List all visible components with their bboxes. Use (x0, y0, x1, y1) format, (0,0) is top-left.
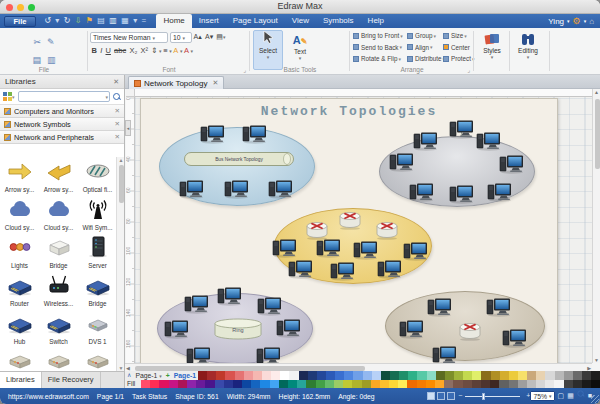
symbol-optical-fi-[interactable]: Optical fi... (78, 157, 117, 195)
color-swatch[interactable] (207, 371, 216, 380)
color-swatch[interactable] (555, 371, 564, 380)
import-icon[interactable]: ⇩ (75, 15, 82, 27)
symbol-bridge[interactable]: Bridge (39, 233, 78, 271)
pc-node[interactable] (432, 345, 458, 363)
bus-segment[interactable]: Bus Network Topology (184, 152, 294, 170)
color-swatch[interactable] (427, 371, 436, 380)
symbol-wireless-[interactable]: Wireless... (39, 271, 78, 309)
close-panel-icon[interactable]: ✕ (113, 78, 119, 86)
symbol-dvs-1[interactable]: DVS 1 (78, 309, 117, 347)
symbol-cloud-sy-[interactable]: Cloud sy... (39, 195, 78, 233)
pc-node[interactable] (224, 179, 250, 203)
pc-node[interactable] (409, 182, 435, 206)
color-swatch[interactable] (445, 371, 454, 380)
color-swatch[interactable] (372, 371, 381, 380)
zoom-tool-button[interactable] (577, 390, 585, 401)
color-swatch[interactable] (564, 371, 573, 380)
color-swatch[interactable] (417, 371, 426, 380)
color-swatch[interactable] (353, 371, 362, 380)
view-mode-page-button[interactable] (437, 392, 445, 400)
pc-node[interactable] (502, 328, 528, 352)
fullscreen-button[interactable]: ▦ (567, 391, 574, 401)
pc-node[interactable] (179, 179, 205, 203)
font-size-select[interactable]: 10 ▾ (170, 32, 192, 43)
pc-node[interactable] (353, 240, 379, 264)
pc-node[interactable] (403, 241, 429, 265)
symbol-device-17[interactable] (78, 347, 117, 371)
symbol-device-15[interactable] (0, 347, 39, 371)
menu-tab-page-layout[interactable]: Page Layout (226, 14, 285, 28)
menu-tab-insert[interactable]: Insert (192, 14, 226, 28)
pc-node[interactable] (200, 124, 226, 148)
symbol-arrow-sy-[interactable]: Arrow sy... (39, 157, 78, 195)
arrange-group[interactable]: Group▾ (407, 30, 445, 42)
arrange-center[interactable]: Center (443, 42, 474, 54)
font-control-9[interactable]: A (184, 45, 189, 57)
library-menu-caret[interactable]: ▾ (12, 94, 15, 100)
font-control-8[interactable]: A (173, 45, 178, 57)
undo-icon[interactable]: ↺ (44, 15, 51, 27)
resize-grip[interactable] (591, 395, 599, 403)
color-swatch[interactable] (545, 371, 554, 380)
zoom-out-button[interactable]: − (458, 391, 462, 401)
arrange-distribute[interactable]: Distribute▾ (407, 53, 445, 65)
symbol-lights[interactable]: Lights (0, 233, 39, 271)
symbol-hub[interactable]: Hub (0, 309, 39, 347)
drawing-page[interactable]: Network Topologies Bus Network TopologyR… (140, 98, 558, 363)
color-swatch[interactable] (289, 371, 298, 380)
router-node[interactable] (338, 210, 362, 234)
color-swatch[interactable] (481, 371, 490, 380)
color-swatch[interactable] (463, 371, 472, 380)
pc-node[interactable] (316, 238, 342, 262)
symbol-router[interactable]: Router (0, 271, 39, 309)
close-library-icon[interactable]: ✕ (115, 133, 120, 141)
pc-node[interactable] (476, 131, 502, 155)
font-name-select[interactable]: Times New Roman ▾ (90, 32, 168, 43)
font-dialog-launcher[interactable]: ⌟ (243, 66, 246, 73)
pc-node[interactable] (486, 297, 512, 321)
menu-tab-view[interactable]: View (285, 14, 316, 28)
arrange-align[interactable]: Align▾ (407, 42, 445, 54)
color-swatch[interactable] (225, 371, 234, 380)
pc-node[interactable] (413, 131, 439, 155)
panel-collapse-handle[interactable]: ◂ (125, 120, 131, 136)
color-swatch[interactable] (472, 371, 481, 380)
pc-node[interactable] (449, 184, 475, 208)
close-library-icon[interactable]: ✕ (115, 120, 120, 128)
color-swatch[interactable] (408, 371, 417, 380)
color-swatch[interactable] (216, 371, 225, 380)
paste-icon[interactable]: ▤ (32, 55, 41, 65)
pc-node[interactable] (257, 296, 283, 320)
styles-button[interactable]: Styles ▾ (477, 30, 507, 70)
caret-icon[interactable]: ▾ (159, 48, 162, 54)
canvas-viewport[interactable]: Network Topologies Bus Network TopologyR… (135, 97, 592, 363)
symbol-wifi-sym-[interactable]: Wifi Sym... (78, 195, 117, 233)
color-swatch[interactable] (500, 371, 509, 380)
router-node[interactable] (458, 321, 482, 345)
font-control-5[interactable]: X² (140, 45, 148, 57)
page-tab[interactable]: Page-1 (174, 371, 196, 380)
user-caret-icon[interactable]: ▾ (567, 18, 570, 24)
fit-page-button[interactable]: ▢ (558, 391, 565, 401)
pc-node[interactable] (184, 294, 210, 318)
color-swatch[interactable] (491, 371, 500, 380)
color-swatch[interactable] (436, 371, 445, 380)
font-control-0[interactable]: B (92, 45, 97, 57)
document-tab[interactable]: Network Topology ✕ (128, 76, 224, 89)
collapse-pagebar-icon[interactable]: ∧ (127, 371, 131, 380)
arrange-send-to-back[interactable]: Send to Back▾ (353, 42, 403, 54)
pc-node[interactable] (499, 154, 525, 178)
zoom-level-select[interactable]: 75%▾ (530, 391, 554, 401)
gear-caret-icon[interactable]: ▾ (584, 18, 587, 24)
color-swatch[interactable] (399, 371, 408, 380)
pc-node[interactable] (276, 318, 302, 342)
color-swatch[interactable] (326, 371, 335, 380)
arrange-rotate-flip[interactable]: Rotate & Flip▾ (353, 53, 403, 65)
color-swatch[interactable] (271, 371, 280, 380)
color-swatch[interactable] (582, 371, 591, 380)
pc-node[interactable] (186, 346, 212, 363)
pc-node[interactable] (256, 346, 282, 363)
color-swatch[interactable] (308, 371, 317, 380)
font-control-2[interactable]: U (105, 45, 110, 57)
color-swatch[interactable] (344, 371, 353, 380)
